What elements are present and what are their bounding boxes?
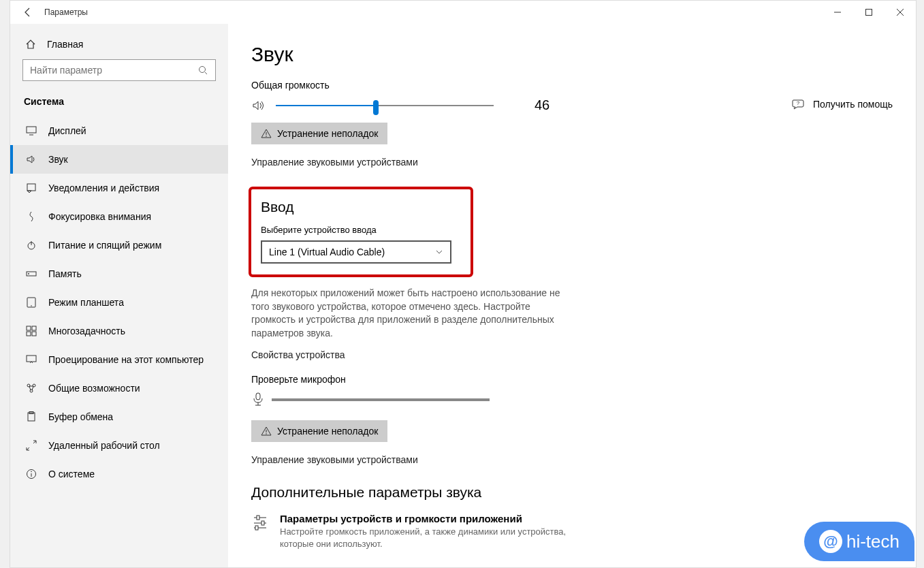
svg-rect-13 bbox=[27, 326, 31, 330]
sidebar-item-focus[interactable]: Фокусировка внимания bbox=[10, 202, 228, 231]
back-button[interactable] bbox=[16, 1, 40, 24]
svg-point-10 bbox=[28, 273, 29, 274]
sidebar-item-label: Питание и спящий режим bbox=[48, 240, 161, 251]
home-icon bbox=[24, 39, 37, 50]
window-title: Параметры bbox=[44, 7, 88, 17]
sidebar-item-label: Звук bbox=[48, 154, 68, 165]
remote-icon bbox=[24, 439, 39, 452]
advanced-heading: Дополнительные параметры звука bbox=[251, 484, 895, 501]
sidebar-item-shared[interactable]: Общие возможности bbox=[10, 374, 228, 403]
svg-rect-35 bbox=[257, 516, 259, 520]
svg-rect-37 bbox=[261, 521, 264, 525]
sidebar-item-tablet[interactable]: Режим планшета bbox=[10, 288, 228, 317]
sidebar-item-power[interactable]: Питание и спящий режим bbox=[10, 231, 228, 259]
troubleshoot-output-label: Устранение неполадок bbox=[277, 128, 378, 139]
svg-rect-29 bbox=[256, 393, 260, 400]
sidebar-item-label: О системе bbox=[48, 469, 95, 479]
project-icon bbox=[24, 353, 39, 366]
sidebar-item-label: Общие возможности bbox=[48, 383, 140, 394]
sidebar-group-title: Система bbox=[10, 89, 228, 116]
sidebar-item-remote[interactable]: Удаленный рабочий стол bbox=[10, 431, 228, 460]
volume-label: Общая громкость bbox=[251, 80, 895, 91]
multitask-icon bbox=[24, 325, 39, 337]
svg-point-12 bbox=[31, 305, 32, 306]
manage-input-devices-link[interactable]: Управление звуковыми устройствами bbox=[251, 454, 895, 465]
sidebar-item-sound[interactable]: Звук bbox=[10, 145, 228, 174]
sidebar-item-label: Дисплей bbox=[48, 125, 86, 136]
sliders-icon bbox=[251, 513, 269, 531]
svg-point-33 bbox=[266, 434, 267, 435]
input-device-dropdown[interactable]: Line 1 (Virtual Audio Cable) bbox=[261, 240, 451, 264]
troubleshoot-input-button[interactable]: Устранение неполадок bbox=[251, 420, 387, 442]
choose-input-label: Выберите устройство ввода bbox=[261, 225, 461, 235]
advanced-app-volume-link[interactable]: Параметры устройств и громкости приложен… bbox=[251, 513, 895, 550]
warning-icon bbox=[261, 128, 272, 139]
shared-icon bbox=[24, 382, 39, 394]
tablet-icon bbox=[24, 296, 39, 309]
warning-icon bbox=[261, 426, 272, 437]
focus-icon bbox=[24, 210, 39, 223]
get-help-label: Получить помощь bbox=[813, 99, 893, 110]
settings-window: Параметры Главная bbox=[10, 0, 917, 568]
power-icon bbox=[24, 239, 39, 251]
svg-rect-16 bbox=[32, 332, 36, 336]
svg-point-2 bbox=[200, 67, 206, 73]
home-label: Главная bbox=[47, 39, 83, 50]
svg-rect-4 bbox=[27, 127, 36, 133]
home-nav[interactable]: Главная bbox=[10, 33, 228, 55]
minimize-button[interactable] bbox=[822, 1, 853, 24]
svg-point-25 bbox=[31, 471, 32, 473]
at-icon: @ bbox=[819, 530, 842, 553]
sidebar-item-clipboard[interactable]: Буфер обмена bbox=[10, 403, 228, 431]
clipboard-icon bbox=[24, 411, 39, 423]
svg-rect-15 bbox=[27, 332, 31, 336]
get-help-link[interactable]: ? Получить помощь bbox=[791, 97, 893, 111]
troubleshoot-output-button[interactable]: Устранение неполадок bbox=[251, 123, 387, 144]
watermark-badge: @ hi-tech bbox=[804, 522, 914, 561]
manage-output-devices-link[interactable]: Управление звуковыми устройствами bbox=[251, 157, 895, 168]
sidebar-item-label: Память bbox=[48, 268, 82, 279]
sidebar-item-label: Режим планшета bbox=[48, 297, 124, 308]
svg-rect-14 bbox=[32, 326, 36, 330]
maximize-button[interactable] bbox=[853, 1, 885, 24]
svg-rect-39 bbox=[255, 526, 258, 530]
sidebar-item-label: Проецирование на этот компьютер bbox=[48, 354, 204, 365]
titlebar: Параметры bbox=[10, 1, 916, 24]
input-highlight-box: Ввод Выберите устройство ввода Line 1 (V… bbox=[249, 187, 473, 277]
sidebar-item-multitask[interactable]: Многозадачность bbox=[10, 317, 228, 345]
help-icon: ? bbox=[791, 97, 805, 111]
device-properties-link[interactable]: Свойства устройства bbox=[251, 349, 895, 360]
sidebar-item-label: Фокусировка внимания bbox=[48, 211, 151, 222]
volume-slider[interactable] bbox=[276, 99, 494, 112]
sidebar-item-about[interactable]: О системе bbox=[10, 460, 228, 488]
svg-text:?: ? bbox=[797, 100, 800, 106]
microphone-icon bbox=[251, 392, 265, 408]
input-note: Для некоторых приложений может быть наст… bbox=[251, 287, 564, 340]
svg-rect-1 bbox=[866, 10, 872, 16]
svg-rect-17 bbox=[27, 356, 36, 362]
input-device-selected: Line 1 (Virtual Audio Cable) bbox=[269, 247, 385, 257]
main-content: ? Получить помощь Звук Общая громкость 4… bbox=[228, 24, 916, 567]
svg-line-3 bbox=[205, 72, 207, 74]
sidebar-item-storage[interactable]: Память bbox=[10, 259, 228, 288]
sidebar-item-notifications[interactable]: Уведомления и действия bbox=[10, 174, 228, 202]
storage-icon bbox=[24, 268, 39, 280]
advanced-item-title: Параметры устройств и громкости приложен… bbox=[280, 513, 593, 524]
sidebar-item-display[interactable]: Дисплей bbox=[10, 116, 228, 145]
sidebar-item-label: Удаленный рабочий стол bbox=[48, 440, 160, 451]
search-input[interactable] bbox=[30, 65, 197, 76]
chevron-down-icon bbox=[435, 248, 443, 256]
search-input-wrap[interactable] bbox=[22, 59, 216, 81]
input-heading: Ввод bbox=[261, 199, 461, 215]
search-icon bbox=[197, 65, 208, 76]
troubleshoot-input-label: Устранение неполадок bbox=[277, 426, 378, 437]
sidebar-item-label: Уведомления и действия bbox=[48, 183, 159, 193]
notifications-icon bbox=[24, 182, 39, 194]
sidebar-item-label: Многозадачность bbox=[48, 326, 125, 336]
close-button[interactable] bbox=[885, 1, 916, 24]
display-icon bbox=[24, 125, 39, 137]
watermark-text: hi-tech bbox=[846, 531, 899, 552]
svg-rect-6 bbox=[27, 184, 35, 191]
sidebar-item-projecting[interactable]: Проецирование на этот компьютер bbox=[10, 345, 228, 374]
sidebar-item-label: Буфер обмена bbox=[48, 411, 113, 422]
